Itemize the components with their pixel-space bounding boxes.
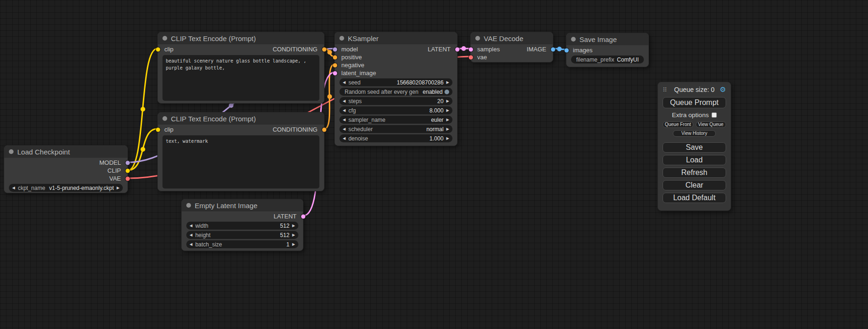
collapse-dot-icon[interactable] — [162, 116, 167, 121]
node-title-bar[interactable]: Save Image — [566, 33, 649, 45]
input-port-model[interactable] — [333, 47, 337, 51]
slot-label: VAE — [109, 175, 121, 182]
increment-arrow-icon[interactable]: ▶ — [446, 127, 449, 131]
view-history-button[interactable]: View History — [673, 130, 716, 137]
link-midpoint-dot — [327, 50, 332, 55]
widget-filename-prefix[interactable]: filename_prefix ComfyUI — [571, 56, 644, 63]
input-slot-latent-image: latent_image — [335, 69, 457, 77]
decrement-arrow-icon[interactable]: ◀ — [343, 81, 346, 84]
toggle-dot-icon[interactable] — [445, 90, 449, 94]
decrement-arrow-icon[interactable]: ◀ — [343, 137, 346, 140]
widget-steps[interactable]: ◀ steps 20 ▶ — [339, 97, 452, 105]
increment-arrow-icon[interactable]: ▶ — [446, 81, 449, 84]
link-midpoint-dot — [141, 147, 145, 152]
widget-width[interactable]: ◀ width 512 ▶ — [186, 222, 298, 230]
node-title-bar[interactable]: KSampler — [335, 32, 457, 44]
queue-front-button[interactable]: Queue Front — [663, 121, 693, 128]
node-ksampler[interactable]: KSampler model LATENT positive negative … — [334, 32, 458, 146]
decrement-arrow-icon[interactable]: ◀ — [343, 118, 346, 122]
prompt-textarea[interactable]: text, watermark — [162, 135, 319, 189]
widget-batch-size[interactable]: ◀ batch_size 1 ▶ — [186, 240, 298, 248]
widget-denoise[interactable]: ◀ denoise 1.000 ▶ — [339, 134, 452, 142]
input-port-positive[interactable] — [333, 55, 337, 59]
input-port-samples[interactable] — [469, 47, 473, 51]
widget-sampler-name[interactable]: ◀ sampler_name euler ▶ — [339, 116, 452, 124]
node-title-bar[interactable]: Load Checkpoint — [4, 146, 127, 158]
settings-gear-icon[interactable]: ⚙ — [720, 85, 726, 94]
increment-arrow-icon[interactable]: ▶ — [446, 99, 449, 103]
node-title-bar[interactable]: CLIP Text Encode (Prompt) — [158, 32, 324, 44]
increment-arrow-icon[interactable]: ▶ — [117, 186, 120, 190]
input-port-negative[interactable] — [333, 63, 337, 67]
widget-seed[interactable]: ◀ seed 156680208700286 ▶ — [339, 78, 452, 86]
collapse-dot-icon[interactable] — [571, 37, 576, 42]
output-port-model[interactable] — [126, 161, 130, 165]
decrement-arrow-icon[interactable]: ◀ — [190, 233, 192, 237]
extra-options-checkbox[interactable] — [712, 112, 717, 118]
queue-prompt-button[interactable]: Queue Prompt — [663, 97, 726, 108]
node-clip-text-encode-positive[interactable]: CLIP Text Encode (Prompt) clip CONDITION… — [157, 32, 325, 104]
output-port-clip[interactable] — [126, 168, 130, 173]
increment-arrow-icon[interactable]: ▶ — [446, 118, 449, 122]
input-port-vae[interactable] — [469, 55, 473, 59]
increment-arrow-icon[interactable]: ▶ — [292, 243, 295, 246]
clear-button[interactable]: Clear — [663, 180, 726, 190]
output-port-latent[interactable] — [301, 214, 305, 218]
widget-scheduler[interactable]: ◀ scheduler normal ▶ — [339, 125, 452, 133]
menu-header: ⠿ Queue size: 0 ⚙ — [663, 85, 726, 94]
decrement-arrow-icon[interactable]: ◀ — [343, 127, 346, 131]
widget-label: seed — [348, 79, 360, 86]
increment-arrow-icon[interactable]: ▶ — [446, 137, 449, 140]
node-empty-latent-image[interactable]: Empty Latent Image LATENT ◀ width 512 ▶ … — [181, 199, 303, 251]
output-slot-clip: CLIP — [4, 167, 127, 175]
node-vae-decode[interactable]: VAE Decode samples IMAGE vae — [470, 32, 553, 63]
refresh-button[interactable]: Refresh — [663, 168, 726, 178]
decrement-arrow-icon[interactable]: ◀ — [343, 99, 346, 103]
drag-handle-icon[interactable]: ⠿ — [663, 86, 667, 93]
collapse-dot-icon[interactable] — [339, 36, 344, 41]
node-title-bar[interactable]: VAE Decode — [471, 32, 553, 44]
input-port-clip[interactable] — [156, 127, 160, 132]
load-default-button[interactable]: Load Default — [663, 193, 726, 203]
widget-label: height — [195, 232, 211, 238]
output-port-image[interactable] — [551, 47, 555, 51]
prompt-textarea[interactable]: beautiful scenery nature glass bottle la… — [162, 55, 319, 101]
output-port-latent[interactable] — [455, 47, 459, 51]
node-load-checkpoint[interactable]: Load Checkpoint MODEL CLIP VAE ◀ ckpt_na… — [4, 145, 128, 193]
increment-arrow-icon[interactable]: ▶ — [292, 233, 295, 237]
collapse-dot-icon[interactable] — [475, 36, 480, 41]
decrement-arrow-icon[interactable]: ◀ — [190, 243, 192, 246]
node-title-bar[interactable]: CLIP Text Encode (Prompt) — [158, 112, 324, 125]
decrement-arrow-icon[interactable]: ◀ — [12, 186, 15, 190]
output-port-conditioning[interactable] — [322, 47, 326, 51]
output-port-conditioning[interactable] — [322, 127, 326, 132]
save-button[interactable]: Save — [663, 142, 726, 153]
widget-random-seed-toggle[interactable]: Random seed after every gen enabled — [339, 88, 452, 96]
node-graph-canvas[interactable]: Load Checkpoint MODEL CLIP VAE ◀ ckpt_na… — [0, 0, 868, 329]
collapse-dot-icon[interactable] — [9, 149, 14, 154]
node-save-image[interactable]: Save Image images filename_prefix ComfyU… — [566, 33, 649, 67]
input-port-images[interactable] — [565, 48, 569, 52]
node-clip-text-encode-negative[interactable]: CLIP Text Encode (Prompt) clip CONDITION… — [157, 112, 325, 191]
widget-ckpt-name[interactable]: ◀ ckpt_name v1-5-pruned-emaonly.ckpt ▶ — [9, 184, 123, 192]
input-port-clip[interactable] — [156, 47, 160, 51]
input-slot-positive: positive — [335, 53, 457, 61]
decrement-arrow-icon[interactable]: ◀ — [190, 224, 192, 228]
slot-label: LATENT — [428, 46, 451, 53]
slot-label: samples — [477, 46, 500, 53]
load-button[interactable]: Load — [663, 155, 726, 165]
slot-label: MODEL — [99, 159, 121, 166]
decrement-arrow-icon[interactable]: ◀ — [343, 109, 346, 112]
widget-height[interactable]: ◀ height 512 ▶ — [186, 231, 298, 239]
node-title-bar[interactable]: Empty Latent Image — [182, 199, 303, 211]
input-port-latent-image[interactable] — [333, 71, 337, 75]
view-queue-button[interactable]: View Queue — [696, 121, 727, 128]
increment-arrow-icon[interactable]: ▶ — [446, 109, 449, 112]
collapse-dot-icon[interactable] — [186, 203, 191, 208]
queue-size-label: Queue size: 0 — [669, 86, 720, 93]
output-port-vae[interactable] — [126, 176, 130, 181]
link-midpoint-dot — [461, 46, 466, 51]
collapse-dot-icon[interactable] — [162, 36, 167, 41]
increment-arrow-icon[interactable]: ▶ — [292, 224, 295, 228]
widget-cfg[interactable]: ◀ cfg 8.000 ▶ — [339, 106, 452, 114]
